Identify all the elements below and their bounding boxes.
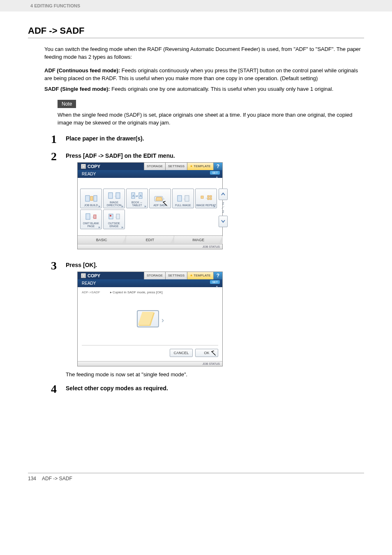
intro-paragraph: You can switch the feeding mode when the… xyxy=(44,46,364,61)
job-status-button[interactable]: JOB STATUS xyxy=(78,244,222,249)
step-2-num: 2 xyxy=(51,151,66,162)
crumb-message: ▸ Copied in SADF mode, press [OK] xyxy=(110,290,163,294)
func-full-image[interactable]: → FULL IMAGE xyxy=(172,189,194,208)
func-omit-blank[interactable]: → OMIT BLANK PAGE ▶ xyxy=(80,210,102,229)
step-4: 4 Select other copy modes as required. xyxy=(51,383,364,395)
tabs: BASIC EDIT IMAGE xyxy=(78,235,222,244)
settings-button[interactable]: SETTINGS xyxy=(165,163,187,170)
func-adf-sadf[interactable]: › ADF SADF xyxy=(149,189,171,208)
chapter-header-text: 4 EDITING FUNCTIONS xyxy=(30,3,80,8)
def-adf: ADF (Continuous feed mode): Feeds origin… xyxy=(44,67,364,83)
svg-rect-3 xyxy=(108,193,113,198)
func-image-direction[interactable]: → IMAGE DIRECTION ▶ xyxy=(103,189,125,208)
help-button[interactable]: ? xyxy=(213,163,222,170)
outside-erase-icon: → xyxy=(108,212,121,221)
section-title-block: ADF -> SADF xyxy=(28,25,364,38)
set-count: 1 xyxy=(216,285,218,290)
copy-icon xyxy=(81,273,86,278)
step-4-num: 4 xyxy=(51,383,66,395)
step-2-title: Press [ADF -> SADF] on the EDIT menu. xyxy=(66,152,364,159)
svg-text:A: A xyxy=(140,194,142,197)
copy-label: COPY xyxy=(88,164,100,169)
footer-title: ADF -> SADF xyxy=(42,476,72,481)
sadf-mode-icon: › xyxy=(137,310,163,331)
svg-rect-5 xyxy=(116,193,120,198)
page-scroller: 2 ⁄ 2 xyxy=(219,189,228,230)
svg-rect-14 xyxy=(178,196,182,201)
star-icon: ★ xyxy=(190,274,193,277)
func-job-build[interactable]: JOB BUILD ▶ xyxy=(80,189,102,208)
screen-top-bar: COPY STORAGE SETTINGS ★TEMPLATE ? xyxy=(78,163,222,170)
chevron-icon: ▶ xyxy=(99,205,101,207)
edit-menu-screenshot: COPY STORAGE SETTINGS ★TEMPLATE ? READY … xyxy=(77,162,223,249)
cursor-icon xyxy=(212,351,220,360)
svg-text:A: A xyxy=(132,194,134,197)
tab-image[interactable]: IMAGE xyxy=(174,236,222,244)
image-direction-icon: → xyxy=(108,191,121,200)
svg-rect-22 xyxy=(210,198,212,200)
def-sadf-body: Feeds originals one by one automatically… xyxy=(110,86,334,92)
chevron-up-icon xyxy=(221,192,225,196)
settings-button[interactable]: SETTINGS xyxy=(165,272,187,279)
page-indicator: 2 ⁄ 2 xyxy=(222,202,224,214)
chevron-icon: ▶ xyxy=(122,205,124,207)
chevron-down-icon xyxy=(221,219,225,223)
set-count: 1 xyxy=(216,176,218,181)
step-3-num: 3 xyxy=(51,260,66,272)
page-up-button[interactable] xyxy=(219,189,228,200)
job-status-button[interactable]: JOB STATUS xyxy=(78,361,222,366)
definitions: ADF (Continuous feed mode): Feeds origin… xyxy=(44,67,364,94)
note-badge: Note xyxy=(58,100,76,108)
section-title: ADF -> SADF xyxy=(28,25,364,36)
svg-marker-12 xyxy=(156,197,162,200)
help-button[interactable]: ? xyxy=(213,272,222,279)
svg-rect-21 xyxy=(208,198,209,200)
omit-blank-icon: → xyxy=(85,212,98,221)
svg-rect-16 xyxy=(185,196,189,201)
svg-rect-0 xyxy=(85,196,90,201)
template-button[interactable]: ★TEMPLATE xyxy=(187,272,213,279)
crumb-row: ADF->SADF ▸ Copied in SADF mode, press [… xyxy=(82,290,218,294)
storage-button[interactable]: STORAGE xyxy=(144,163,165,170)
tab-basic[interactable]: BASIC xyxy=(78,236,126,244)
func-book-tablet[interactable]: A⇄A BOOK ↔ TABLET ▶ xyxy=(126,189,148,208)
step-3-title: Press [OK]. xyxy=(66,262,364,268)
svg-rect-1 xyxy=(90,196,93,200)
chevron-icon: ▶ xyxy=(122,226,124,228)
def-sadf: SADF (Single feed mode): Feeds originals… xyxy=(44,85,364,93)
svg-text:›: › xyxy=(163,197,164,201)
svg-rect-31 xyxy=(116,214,120,219)
chevron-icon: ▶ xyxy=(214,205,216,207)
image-repeat-icon: → xyxy=(200,194,213,203)
copy-title: COPY xyxy=(78,272,144,279)
func-outside-erase[interactable]: → OUTSIDE ERASE ▶ xyxy=(103,210,125,229)
star-icon: ★ xyxy=(190,164,193,168)
tab-edit[interactable]: EDIT xyxy=(126,236,175,244)
note-text: When the single feed mode (SADF) is set,… xyxy=(58,111,364,127)
func-image-repeat[interactable]: → IMAGE REPEAT ▶ xyxy=(195,189,217,208)
full-image-icon: → xyxy=(177,194,190,203)
adf-sadf-icon: › xyxy=(154,194,167,203)
step-3-desc: The feeding mode is now set at "single f… xyxy=(66,371,364,378)
storage-button[interactable]: STORAGE xyxy=(144,272,165,279)
svg-text:⇄: ⇄ xyxy=(136,195,138,198)
template-button[interactable]: ★TEMPLATE xyxy=(187,163,213,170)
cancel-button[interactable]: CANCEL xyxy=(170,349,193,357)
chevron-icon: ▶ xyxy=(99,226,101,228)
set-badge: SET xyxy=(210,171,220,175)
screen-top-bar: COPY STORAGE SETTINGS ★TEMPLATE ? xyxy=(78,272,222,279)
page-number: 134 xyxy=(28,476,36,481)
step-3: 3 Press [OK]. COPY STORAGE SETTINGS ★TEM… xyxy=(51,260,364,378)
ok-button[interactable]: OK xyxy=(195,349,218,357)
confirm-screenshot: COPY STORAGE SETTINGS ★TEMPLATE ? READY … xyxy=(77,272,223,366)
copy-label: COPY xyxy=(88,273,100,278)
def-sadf-term: SADF (Single feed mode): xyxy=(44,86,110,92)
page-down-button[interactable] xyxy=(219,216,228,227)
crumb-left: ADF->SADF xyxy=(82,290,100,294)
note-block: Note When the single feed mode (SADF) is… xyxy=(58,100,364,127)
step-2: 2 Press [ADF -> SADF] on the EDIT menu. … xyxy=(51,151,364,254)
set-badge: SET xyxy=(210,280,220,284)
step-4-title: Select other copy modes as required. xyxy=(66,385,364,391)
step-1-num: 1 xyxy=(51,134,66,145)
def-adf-term: ADF (Continuous feed mode): xyxy=(44,67,120,74)
